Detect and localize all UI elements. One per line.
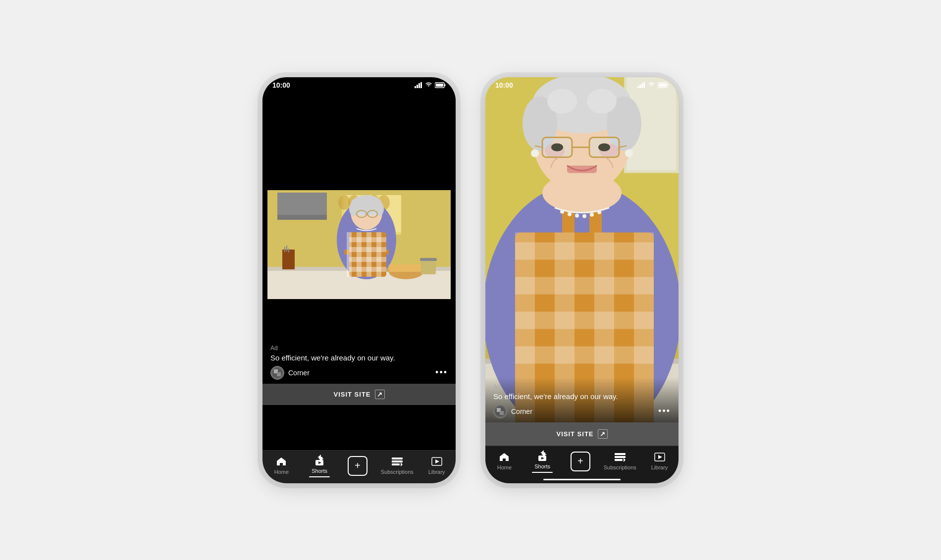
nav-library-phone2[interactable]: Library (645, 452, 675, 470)
bottom-nav-phone1: Home Shorts + (262, 450, 456, 483)
nav-subscriptions-phone1[interactable]: Subscriptions (381, 457, 414, 475)
external-link-icon-phone1: ↗ (375, 390, 385, 399)
status-icons-phone2 (637, 82, 669, 88)
library-icon-phone2 (654, 452, 665, 463)
library-icon-phone1 (431, 457, 442, 468)
svg-marker-123 (658, 455, 662, 459)
svg-point-92 (582, 214, 586, 218)
black-top-area (262, 91, 456, 190)
ad-headline-phone2: So efficient, we're already on our way. (493, 392, 671, 401)
svg-marker-121 (624, 458, 626, 462)
more-options-phone2[interactable]: ••• (658, 406, 671, 416)
svg-point-109 (598, 143, 610, 151)
screen-content-phone1: Ad So efficient, we're already on our wa… (262, 91, 456, 450)
full-video-svg-phone2 (485, 77, 679, 422)
kitchen-scene-svg-phone1 (262, 190, 456, 299)
nav-library-phone1[interactable]: Library (422, 457, 452, 475)
svg-rect-110 (567, 165, 597, 173)
more-options-phone1[interactable]: ••• (435, 367, 448, 378)
channel-name-phone2: Corner (511, 407, 532, 415)
svg-marker-59 (639, 85, 641, 88)
svg-rect-85 (515, 277, 654, 294)
svg-rect-5 (436, 84, 443, 87)
visit-site-btn-phone2[interactable]: VISIT SITE ↗ (485, 422, 679, 446)
channel-name-phone1: Corner (288, 369, 310, 377)
nav-add-phone2[interactable]: + (566, 452, 595, 471)
nav-shorts-label-phone1: Shorts (312, 468, 327, 474)
phone2-content: Ad So efficient, we're already on our wa… (485, 77, 679, 483)
video-full-phone2: Ad So efficient, we're already on our wa… (485, 77, 679, 422)
signal-icon-phone2 (637, 82, 645, 88)
channel-info-phone2: Corner (493, 405, 532, 418)
svg-point-40 (357, 210, 366, 217)
nav-shorts-phone2[interactable]: Shorts (527, 450, 557, 473)
svg-point-108 (551, 143, 563, 151)
phone2-wrapper: 10:00 (485, 77, 679, 483)
svg-rect-23 (286, 246, 287, 252)
channel-avatar-phone2 (493, 405, 507, 418)
svg-marker-1 (417, 85, 418, 88)
nav-subscriptions-label-phone1: Subscriptions (381, 469, 414, 475)
nav-shorts-phone1[interactable]: Shorts (305, 455, 334, 477)
svg-rect-120 (615, 459, 623, 461)
svg-rect-119 (615, 456, 626, 458)
home-icon-phone2 (499, 452, 510, 463)
svg-point-99 (547, 89, 577, 113)
channel-avatar-phone1 (270, 366, 284, 380)
ad-overlay-phone2: Ad So efficient, we're already on our wa… (485, 377, 679, 422)
svg-rect-16 (277, 193, 327, 217)
svg-point-93 (590, 212, 594, 216)
svg-rect-86 (515, 311, 654, 329)
wifi-icon-phone1 (425, 82, 432, 88)
nav-home-phone2[interactable]: Home (489, 452, 519, 470)
signal-icon-phone1 (415, 82, 422, 88)
svg-rect-87 (515, 346, 654, 363)
svg-marker-2 (418, 83, 420, 88)
svg-rect-118 (615, 453, 626, 455)
scroll-thumb-phone2 (543, 479, 621, 480)
visit-site-btn-phone1[interactable]: VISIT SITE ↗ (262, 384, 456, 405)
ad-channel-row-phone2: Corner ••• (493, 405, 671, 418)
nav-library-label-phone1: Library (428, 469, 445, 475)
nav-subscriptions-phone2[interactable]: Subscriptions (604, 452, 636, 470)
nav-library-label-phone2: Library (651, 464, 668, 470)
svg-marker-61 (643, 82, 645, 88)
external-link-icon-phone2: ↗ (598, 429, 608, 439)
nav-subscriptions-label-phone2: Subscriptions (604, 464, 636, 470)
svg-rect-49 (277, 372, 281, 376)
svg-marker-3 (420, 82, 422, 88)
svg-marker-60 (641, 83, 643, 88)
shorts-underline-phone2 (532, 472, 553, 473)
nav-home-label-phone1: Home (274, 469, 289, 475)
svg-rect-44 (389, 264, 423, 272)
status-bar-phone1: 10:00 (262, 77, 456, 91)
svg-rect-46 (420, 258, 437, 261)
svg-rect-17 (277, 215, 327, 220)
svg-rect-52 (392, 458, 403, 459)
svg-marker-58 (637, 86, 639, 88)
shorts-icon-phone1 (314, 455, 325, 467)
svg-rect-54 (392, 463, 400, 465)
add-symbol-phone1: + (355, 460, 361, 471)
svg-point-41 (367, 210, 377, 217)
svg-rect-6 (445, 84, 446, 86)
add-icon-phone2[interactable]: + (571, 452, 590, 471)
nav-add-phone1[interactable]: + (343, 456, 372, 476)
time-phone1: 10:00 (272, 81, 290, 89)
scroll-indicator-phone2 (485, 479, 679, 483)
ad-label-phone1: Ad (270, 345, 448, 352)
svg-marker-57 (435, 459, 439, 463)
nav-shorts-label-phone2: Shorts (534, 463, 550, 469)
bottom-nav-phone2: Home Shorts + (485, 446, 679, 479)
svg-marker-55 (401, 462, 403, 466)
svg-point-89 (560, 209, 564, 213)
nav-home-phone1[interactable]: Home (266, 457, 296, 475)
svg-point-100 (587, 89, 617, 113)
add-icon-phone1[interactable]: + (348, 456, 367, 476)
ad-label-phone2: Ad (493, 383, 671, 390)
status-icons-phone1 (415, 82, 446, 88)
status-bar-phone2: 10:00 (485, 77, 679, 91)
wifi-icon-phone2 (648, 82, 655, 88)
ad-headline-phone1: So efficient, we're already on our way. (270, 354, 448, 362)
svg-rect-22 (284, 247, 285, 252)
